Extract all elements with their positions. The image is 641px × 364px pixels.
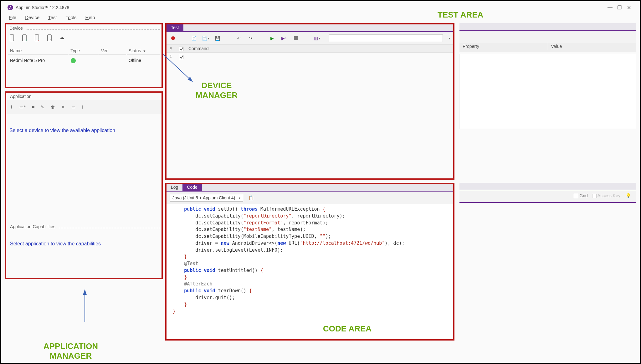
- maximize-button[interactable]: ❐: [615, 5, 624, 11]
- remove-device-icon[interactable]: ×: [34, 34, 41, 42]
- play-icon[interactable]: ▶: [269, 35, 275, 42]
- capabilities-empty-message: Select application to view the capabilit…: [6, 230, 162, 257]
- undo-icon[interactable]: ↶: [235, 35, 242, 42]
- search-dropdown-icon[interactable]: ▾: [449, 37, 450, 40]
- property-col-value[interactable]: Value: [548, 43, 636, 50]
- svg-point-1: [12, 40, 12, 40]
- test-table-header: # Command: [167, 44, 453, 53]
- svg-rect-6: [48, 35, 51, 41]
- add-step-icon[interactable]: 📄▾: [202, 35, 209, 42]
- application-panel: Application ⬇ ▭⁺ ■ ✎ 🗑 ✕ ▭ i Select a de…: [5, 91, 163, 279]
- annotation-code-area: CODE AREA: [323, 324, 372, 334]
- log-tab[interactable]: Log: [167, 184, 182, 191]
- test-col-command: Command: [188, 46, 209, 51]
- app-icon: A: [8, 5, 13, 10]
- launch-app-icon[interactable]: ▭: [71, 105, 75, 110]
- device-ver: [99, 55, 126, 65]
- code-area: public void setUp() throws MalformedURLE…: [167, 204, 453, 317]
- access-key-checkbox[interactable]: Access Key: [592, 193, 620, 198]
- code-tab[interactable]: Code: [182, 184, 202, 191]
- redo-icon[interactable]: ↷: [247, 35, 254, 42]
- test-search[interactable]: [329, 34, 443, 42]
- add-device-plus-icon[interactable]: +: [22, 34, 28, 42]
- record-icon[interactable]: [170, 35, 177, 42]
- property-panel: Property Value: [459, 23, 636, 129]
- device-col-name[interactable]: Name: [8, 47, 68, 55]
- stop-icon[interactable]: [292, 35, 299, 42]
- cloud-icon[interactable]: ☁: [59, 34, 66, 42]
- titlebar: A Appium Studio™ 12.2.4878 — ❐ ✕: [5, 3, 636, 12]
- device-col-type[interactable]: Type: [69, 47, 99, 55]
- test-col-num: #: [170, 46, 179, 51]
- property-col-property[interactable]: Property: [459, 43, 548, 50]
- test-row-num: 1: [170, 54, 179, 59]
- menubar: File Device Test Tools Help: [5, 12, 636, 21]
- menu-help[interactable]: Help: [85, 15, 95, 20]
- device-panel-title: Device: [8, 25, 25, 31]
- play-c-icon[interactable]: ▶c: [280, 35, 287, 42]
- grid-checkbox[interactable]: Grid: [574, 193, 587, 198]
- close-button[interactable]: ✕: [624, 5, 633, 11]
- clear-app-icon[interactable]: ✎: [41, 105, 44, 110]
- edit-device-icon[interactable]: [47, 34, 53, 42]
- menu-test[interactable]: Test: [48, 15, 57, 20]
- svg-text:×: ×: [38, 38, 39, 41]
- stop-app-icon[interactable]: ■: [32, 105, 34, 110]
- android-icon: ⬤: [70, 58, 76, 63]
- bulb-icon[interactable]: 💡: [625, 192, 632, 199]
- uninstall-app-icon[interactable]: 🗑: [51, 105, 55, 110]
- app-title: Appium Studio™ 12.2.4878: [16, 5, 69, 10]
- application-empty-message: Select a device to view the available ap…: [6, 114, 162, 136]
- test-row-checkbox[interactable]: [179, 55, 183, 59]
- minimize-button[interactable]: —: [605, 5, 615, 10]
- device-col-status[interactable]: Status ▼: [127, 47, 160, 55]
- annotation-device-manager: DEVICE MANAGER: [185, 81, 248, 100]
- test-search-input[interactable]: [329, 34, 443, 42]
- code-toolbar: Java (JUnit 5 + Appium Client 4)▾ 📋: [167, 192, 453, 204]
- menu-file[interactable]: File: [9, 15, 16, 20]
- new-step-icon[interactable]: 📄: [190, 35, 197, 42]
- capabilities-title: Application Capabilities: [8, 223, 57, 230]
- install-app-icon[interactable]: ▭⁺: [19, 105, 26, 110]
- test-toolbar: 📄 📄▾ 💾 ↶ ↷ ▶ ▶c ▥▾ ▾: [167, 32, 453, 44]
- device-name: Redmi Note 5 Pro: [8, 55, 68, 65]
- info-app-icon[interactable]: i: [82, 105, 83, 110]
- menu-device[interactable]: Device: [25, 15, 39, 20]
- application-panel-title: Application: [8, 93, 33, 100]
- application-toolbar: ⬇ ▭⁺ ■ ✎ 🗑 ✕ ▭ i: [6, 100, 162, 114]
- device-panel: Device + × ☁ Name Type Ver.: [5, 23, 163, 88]
- device-row[interactable]: Redmi Note 5 Pro ⬤ Offline: [8, 55, 160, 65]
- code-right-toolbar: Grid Access Key 💡: [459, 183, 636, 203]
- test-tab[interactable]: Test: [167, 24, 183, 31]
- copy-code-icon[interactable]: 📋: [248, 194, 254, 201]
- test-header-checkbox[interactable]: [179, 47, 183, 51]
- device-type: ⬤: [69, 55, 99, 65]
- device-table: Name Type Ver. Status ▼ Redmi Note 5 Pro…: [8, 46, 160, 66]
- test-row[interactable]: 1: [167, 53, 453, 60]
- code-panel: Log Code Java (JUnit 5 + Appium Client 4…: [165, 183, 454, 341]
- menu-tools[interactable]: Tools: [66, 15, 77, 20]
- device-status: Offline: [127, 55, 160, 65]
- device-toolbar: + × ☁: [8, 31, 160, 46]
- layout-icon[interactable]: ▥▾: [314, 35, 320, 42]
- delete-app-icon[interactable]: ✕: [61, 105, 65, 110]
- save-icon[interactable]: 💾: [214, 35, 221, 42]
- add-device-icon[interactable]: [9, 34, 16, 42]
- import-app-icon[interactable]: ⬇: [9, 105, 13, 110]
- test-panel: Test 📄 📄▾ 💾 ↶ ↷ ▶ ▶c ▥▾: [165, 23, 454, 180]
- device-col-ver[interactable]: Ver.: [99, 47, 126, 55]
- svg-text:+: +: [25, 38, 27, 41]
- code-language-selector[interactable]: Java (JUnit 5 + Appium Client 4)▾: [170, 194, 243, 202]
- annotation-app-manager: APPLICATION MANAGER: [30, 341, 111, 361]
